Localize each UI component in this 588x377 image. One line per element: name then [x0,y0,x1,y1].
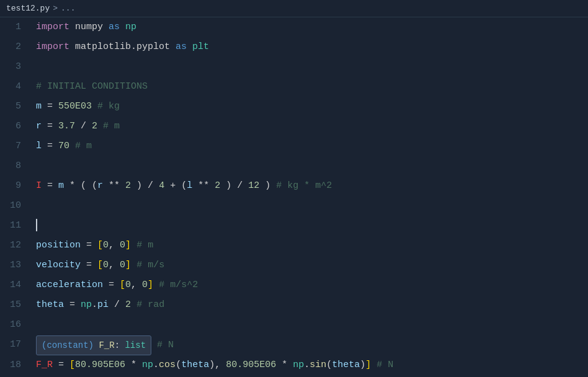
token-mod: np [293,360,304,370]
token-var-cyan: l [187,180,192,191]
separator: > [53,4,58,13]
token-comment: # kg * m^2 [276,180,332,191]
line-code: I = m * ( (r ** 2 ) / 4 + (l ** 2 ) / 12… [31,176,588,196]
token-plain: = [81,240,97,251]
tooltip-box: (constant) F_R: list [36,335,151,355]
token-kw2: as [109,22,120,32]
line-number: 5 [0,97,31,117]
tooltip-type: list [125,340,146,350]
token-plain [131,240,136,251]
code-line: 16 [0,315,588,335]
token-plain: = [42,180,58,191]
token-mod: np [142,360,153,370]
token-comment: # INITIAL CONDITIONS [36,81,148,92]
line-number: 13 [0,255,31,275]
line-number: 17 [0,335,31,355]
token-kw2: as [176,42,187,52]
line-code: acceleration = [0, 0] # m/s^2 [31,275,588,295]
token-fn: cos [159,360,176,370]
code-line: 13velocity = [0, 0] # m/s [0,255,588,275]
token-bracket: ] [148,280,153,290]
token-plain: = [64,299,81,310]
line-code: m = 550E03 # kg [31,97,588,117]
token-plain: = [81,260,97,270]
code-line: 12position = [0, 0] # m [0,236,588,255]
token-num: 0 [120,240,125,251]
token-bracket: [ [69,360,75,370]
token-plain: ), [209,360,226,370]
token-plain: , [131,280,142,290]
token-num: 80.905E06 [75,360,125,370]
token-num: 3.7 [58,121,75,131]
token-var-cyan: r [36,121,42,131]
code-line: 7l = 70 # m [0,136,588,156]
token-plain: ** [103,180,125,191]
token-plain [131,260,136,270]
token-plain: . [304,360,310,370]
token-bracket: [ [120,280,125,290]
token-num: 4 [159,180,164,191]
token-bracket: ] [365,360,371,370]
token-var-cyan: velocity [36,260,81,270]
line-code: r = 3.7 / 2 # m [31,117,588,136]
token-comment: # m/s^2 [159,280,198,290]
code-line: 14acceleration = [0, 0] # m/s^2 [0,275,588,295]
title-bar: test12.py > ... [0,0,588,17]
token-plain [92,101,97,112]
token-fn: sin [310,360,326,370]
token-mod: np [81,299,92,310]
token-var-cyan: theta [332,360,360,370]
line-code [31,57,588,77]
line-code: position = [0, 0] # m [31,236,588,255]
token-plain: . [92,299,97,310]
line-code [31,196,588,216]
line-number: 8 [0,156,31,176]
token-comment: # kg [97,101,120,112]
line-number: 2 [0,37,31,57]
token-plain: = [53,360,69,370]
text-cursor [36,219,37,231]
token-num: 2 [92,121,97,131]
token-plain: = [42,101,58,112]
token-mod: np [125,22,136,32]
line-code [31,156,588,176]
line-code: (constant) F_R: list # N [31,335,588,355]
line-number: 9 [0,176,31,196]
token-comment: # m [103,121,120,131]
code-line: 10 [0,196,588,216]
token-plain: = [42,121,58,131]
token-plain [187,42,192,52]
line-number: 4 [0,77,31,97]
token-num: 12 [248,180,259,191]
token-plain [131,299,136,310]
code-line: 9I = m * ( (r ** 2 ) / 4 + (l ** 2 ) / 1… [0,176,588,196]
token-num: 0 [103,260,109,270]
line-number: 16 [0,315,31,335]
token-plain: * [276,360,293,370]
line-number: 3 [0,57,31,77]
token-plain: ) [360,360,365,370]
line-code: import matplotlib.pyplot as plt [31,37,588,57]
token-var-cyan: acceleration [36,280,103,290]
token-plain: + ( [164,180,187,191]
token-comment: # rad [136,299,164,310]
token-plain: ( [176,360,181,370]
line-number: 18 [0,355,31,375]
token-var-cyan: m [36,101,42,112]
token-plain: ( [326,360,332,370]
token-kw: import [36,42,69,52]
token-plain [120,22,125,32]
token-num: 0 [120,260,125,270]
token-bracket: [ [97,260,103,270]
token-var-cyan: theta [36,299,64,310]
tooltip-keyword: (constant) [42,340,94,350]
token-plain: matplotlib.pyplot [69,42,176,52]
token-bracket: [ [97,240,103,251]
token-plain: / [75,121,92,131]
token-plain: / [109,299,125,310]
token-bracket: ] [125,240,131,251]
code-line: 3 [0,57,588,77]
token-var-red: F_R [36,360,53,370]
token-bracket: ] [125,260,131,270]
token-plain: ) [259,180,276,191]
